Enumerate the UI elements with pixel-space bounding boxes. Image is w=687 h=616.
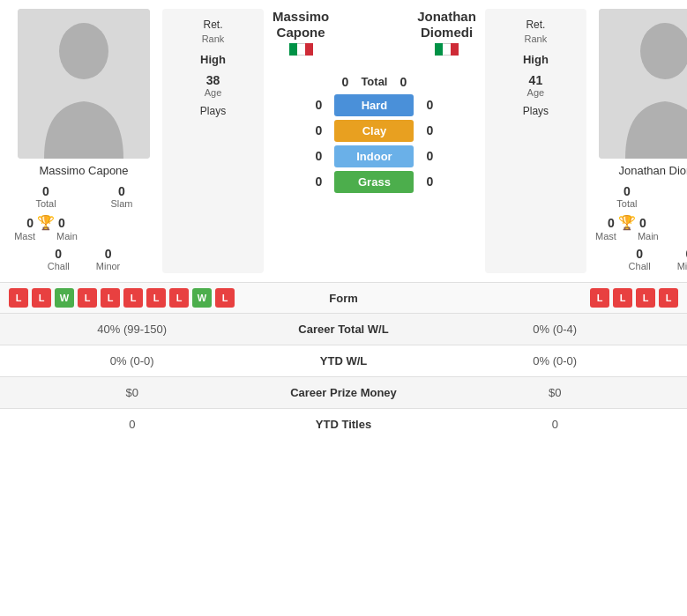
player2-flag (435, 43, 459, 56)
career-prize-row: $0 Career Prize Money $0 (0, 377, 687, 409)
form-badge-p2: L (636, 288, 655, 308)
ytd-titles-left: 0 (9, 418, 256, 431)
flag-red-2 (451, 43, 459, 56)
hard-row: 0 Hard 0 (273, 94, 476, 116)
player2-avatar (599, 9, 687, 159)
player2-name: Jonathan Diomedi (618, 164, 687, 177)
player2-total-stat: 0 Total (590, 182, 664, 211)
grass-button[interactable]: Grass (334, 171, 414, 193)
career-prize-label: Career Prize Money (256, 386, 432, 399)
svg-point-1 (59, 23, 108, 79)
career-total-left: 40% (99-150) (9, 323, 256, 336)
player2-trophy-icon: 🏆 (618, 214, 636, 231)
player2-header-name: JonathanDiomedi (417, 9, 476, 41)
player1-total-label: Total (35, 198, 56, 209)
player1-mast-row: 0 🏆 0 (26, 214, 65, 231)
form-badge-p2: L (590, 288, 609, 308)
flag-red-1 (305, 43, 313, 56)
player2-age-box: 41 Age (527, 73, 545, 98)
indoor-score-right: 0 (421, 149, 438, 163)
flag-green-1 (289, 43, 297, 56)
ytd-titles-right: 0 (432, 418, 679, 431)
player2-mast-row: 0 🏆 0 (608, 214, 646, 231)
player1-main-label: Main (56, 231, 78, 241)
player2-ret-label: Ret. (525, 18, 548, 33)
form-center-label: Form (291, 292, 397, 305)
player1-age-value: 38 (205, 73, 222, 87)
ytd-wl-right: 0% (0-0) (432, 354, 679, 367)
career-prize-left: $0 (9, 386, 256, 399)
main-container: Massimo Capone 0 Total 0 Slam 0 🏆 0 (0, 0, 687, 440)
form-badge-p1: L (101, 288, 120, 308)
player1-plays-label: Plays (200, 105, 226, 117)
player1-header: MassimoCapone (273, 9, 329, 56)
player2-chall-stat: 0 Chall 0 Minor (590, 245, 687, 273)
ytd-wl-label: YTD W/L (256, 354, 432, 367)
player1-total-value: 0 (42, 184, 49, 198)
player1-header-name: MassimoCapone (273, 9, 329, 41)
player1-high-label: High (200, 53, 226, 66)
ytd-wl-left: 0% (0-0) (9, 354, 256, 367)
player1-minor-value: 0 (105, 247, 112, 261)
player1-trophy-icon: 🏆 (37, 214, 55, 231)
career-total-right: 0% (0-4) (432, 323, 679, 336)
grass-score-left: 0 (310, 174, 327, 189)
player1-chall-stat: 0 Chall 0 Minor (9, 245, 159, 273)
player1-card: Massimo Capone 0 Total 0 Slam 0 🏆 0 (9, 9, 159, 273)
form-right: LLLL (397, 288, 679, 308)
grass-score-right: 0 (421, 174, 438, 189)
player1-middle-stats: Ret. Rank High 38 Age Plays (162, 9, 264, 273)
player1-mast-stat: 0 🏆 0 Mast Main (9, 212, 83, 243)
form-badge-p1: L (9, 288, 28, 308)
player1-total-stat: 0 Total (9, 182, 83, 211)
clay-score-right: 0 (421, 123, 438, 137)
hard-score-right: 0 (421, 98, 438, 112)
player2-right-stats: Ret. Rank High 41 Age Plays (485, 9, 586, 273)
total-row: 0 Total 0 (336, 75, 412, 89)
form-badge-p1: L (32, 288, 51, 308)
player1-chall-label: Chall (48, 261, 70, 271)
player2-age-value: 41 (527, 73, 545, 87)
form-badge-p2: L (659, 288, 678, 308)
player2-chall-value: 0 (636, 247, 643, 261)
player2-stats-grid: 0 Total 0 Slam 0 🏆 0 Mast Main (590, 182, 687, 273)
flag-green-2 (435, 43, 443, 56)
hard-button[interactable]: Hard (334, 94, 414, 116)
player2-rank-box: Ret. Rank (525, 18, 548, 46)
player2-plays-label: Plays (523, 105, 549, 117)
ytd-wl-row: 0% (0-0) YTD W/L 0% (0-0) (0, 345, 687, 377)
player1-avatar (18, 9, 150, 159)
player1-mast-value: 0 (26, 216, 34, 230)
form-badge-p1: L (169, 288, 189, 308)
player1-slam-stat: 0 Slam (85, 182, 159, 211)
player1-slam-value: 0 (118, 184, 125, 198)
player1-stats-grid: 0 Total 0 Slam 0 🏆 0 Mast Main (9, 182, 159, 273)
player1-age-label: Age (205, 87, 222, 98)
player2-high-label: High (523, 53, 549, 66)
indoor-score-left: 0 (310, 149, 327, 163)
form-left: LLWLLLLLWL (9, 288, 291, 308)
indoor-button[interactable]: Indoor (334, 145, 414, 167)
player1-main-value: 0 (58, 216, 65, 230)
player1-ret-label: Ret. (202, 18, 225, 33)
clay-row: 0 Clay 0 (273, 120, 476, 142)
bottom-section: LLWLLLLLWL Form LLLL 40% (99-150) Career… (0, 282, 687, 440)
player1-age-box: 38 Age (205, 73, 222, 98)
top-section: Massimo Capone 0 Total 0 Slam 0 🏆 0 (0, 0, 687, 282)
player2-main-value: 0 (639, 216, 646, 230)
player1-mast-label: Mast (14, 231, 35, 241)
form-badge-p1: L (78, 288, 97, 308)
clay-button[interactable]: Clay (334, 120, 414, 142)
career-prize-right: $0 (432, 386, 679, 399)
total-score-right: 0 (394, 75, 412, 89)
player1-chall-value: 0 (55, 247, 62, 261)
player2-main-label: Main (638, 231, 659, 241)
player-headers: MassimoCapone JonathanDiomedi (273, 9, 476, 59)
clay-score-left: 0 (310, 123, 327, 137)
hard-score-left: 0 (310, 98, 327, 112)
form-badge-p1: W (55, 288, 74, 308)
center-section: MassimoCapone JonathanDiomedi (267, 9, 482, 273)
form-badge-p1: W (192, 288, 212, 308)
player2-mast-stat: 0 🏆 0 Mast Main (590, 212, 664, 243)
player2-mast-value: 0 (608, 216, 615, 230)
